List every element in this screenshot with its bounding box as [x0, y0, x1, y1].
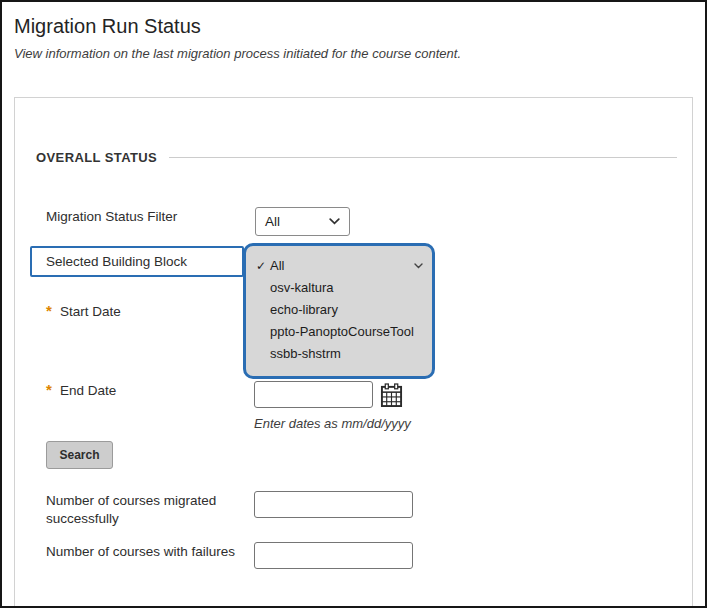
migration-status-filter-label: Migration Status Filter — [46, 209, 177, 224]
dropdown-option-label: ppto-PanoptoCourseTool — [270, 324, 414, 339]
date-format-hint: Enter dates as mm/dd/yyyy — [254, 416, 411, 431]
dropdown-option-label: osv-kaltura — [270, 280, 334, 295]
overall-status-section-header: OVERALL STATUS — [36, 150, 677, 165]
page-title: Migration Run Status — [14, 15, 201, 38]
dropdown-option-label: echo-library — [270, 302, 338, 317]
page-subtitle: View information on the last migration p… — [14, 46, 461, 61]
end-date-label: End Date — [60, 383, 116, 398]
end-date-input[interactable] — [254, 381, 373, 408]
building-block-dropdown[interactable]: ✓ All osv-kaltura echo-library ppto-Pano… — [243, 243, 435, 379]
search-button[interactable]: Search — [46, 441, 113, 469]
courses-migrated-label: Number of courses migrated successfully — [46, 492, 246, 528]
courses-migrated-input[interactable] — [254, 491, 413, 518]
dropdown-option-label: ssbb-shstrm — [270, 346, 341, 361]
dropdown-option-label: All — [270, 258, 284, 273]
migration-status-filter-select[interactable]: All — [255, 207, 350, 236]
courses-failures-input[interactable] — [254, 542, 413, 569]
dropdown-option[interactable]: ppto-PanoptoCourseTool — [246, 321, 432, 343]
chevron-down-icon — [329, 218, 340, 225]
courses-failures-label: Number of courses with failures — [46, 544, 235, 559]
dropdown-option[interactable]: echo-library — [246, 299, 432, 321]
migration-status-filter-value: All — [265, 214, 329, 229]
checkmark-icon: ✓ — [256, 255, 266, 277]
start-date-label: Start Date — [60, 304, 121, 319]
section-divider — [169, 157, 677, 158]
calendar-icon — [380, 383, 403, 408]
required-asterisk: * — [46, 381, 52, 398]
required-asterisk: * — [46, 302, 52, 319]
selected-building-block-label: Selected Building Block — [30, 246, 244, 277]
end-date-calendar-button[interactable] — [378, 381, 405, 409]
dropdown-option[interactable]: ssbb-shstrm — [246, 343, 432, 365]
dropdown-option-all[interactable]: ✓ All — [246, 255, 432, 277]
dropdown-option[interactable]: osv-kaltura — [246, 277, 432, 299]
page: Migration Run Status View information on… — [0, 0, 707, 608]
selected-building-block-label-text: Selected Building Block — [46, 254, 187, 269]
overall-status-heading: OVERALL STATUS — [36, 150, 157, 165]
chevron-down-icon — [414, 263, 423, 269]
